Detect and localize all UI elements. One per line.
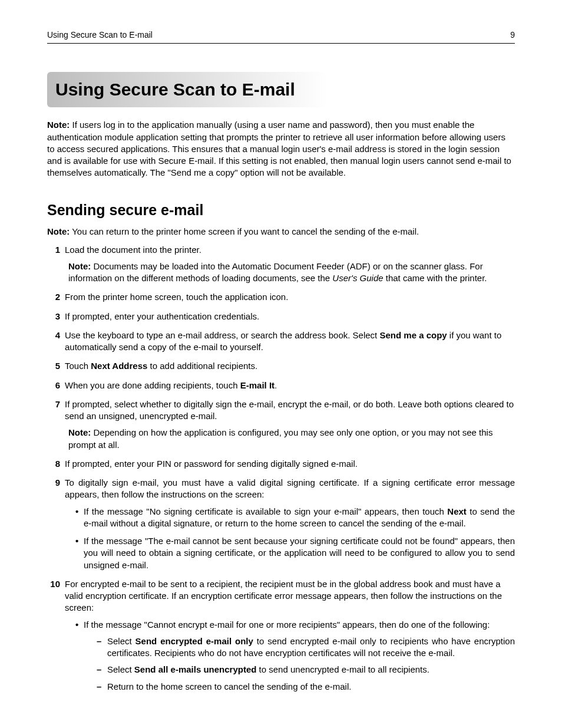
step-text: From the printer home screen, touch the …: [65, 292, 288, 302]
header-left: Using Secure Scan to E-mail: [47, 29, 153, 41]
dash-text-c: to send unencrypted e‑mail to all recipi…: [256, 664, 429, 674]
page-title: Using Secure Scan to E-mail: [47, 72, 515, 108]
step-text: If prompted, enter your authentication c…: [65, 311, 259, 321]
step-9-bullets: If the message "No signing certificate i…: [65, 506, 515, 571]
step-10-dash-3: Return to the home screen to cancel the …: [97, 681, 515, 693]
step-2: From the printer home screen, touch the …: [47, 291, 515, 303]
note-text: Depending on how the application is conf…: [68, 427, 492, 449]
send-me-a-copy-bold: Send me a copy: [379, 330, 447, 340]
step-10-dash-1: Select Send encrypted e‑mail only to sen…: [97, 635, 515, 660]
step-text: Load the document into the printer.: [65, 245, 201, 255]
dash-text-a: Select: [107, 636, 135, 646]
email-it-bold: E‑mail It: [240, 380, 275, 390]
dash-text: Return to the home screen to cancel the …: [107, 681, 351, 691]
section-note-text: You can return to the printer home scree…: [70, 226, 419, 236]
note-text-b: that came with the printer.: [384, 273, 487, 283]
next-address-bold: Next Address: [91, 361, 147, 371]
step-text: If prompted, enter your PIN or password …: [65, 459, 358, 469]
step-8: If prompted, enter your PIN or password …: [47, 458, 515, 470]
users-guide-emphasis: User's Guide: [332, 273, 383, 283]
step-10-bullets: If the message "Cannot encrypt e‑mail fo…: [65, 619, 515, 693]
bullet-text-a: If the message "No signing certificate i…: [84, 506, 447, 516]
step-text-a: When you are done adding recipients, tou…: [65, 380, 240, 390]
step-text-c: to add additional recipients.: [147, 361, 257, 371]
section-heading: Sending secure e‑mail: [47, 200, 515, 220]
section-note: Note: You can return to the printer home…: [47, 226, 515, 238]
intro-note-text: If users log in to the application manua…: [47, 120, 511, 177]
step-text: If prompted, select whether to digitally…: [65, 399, 514, 421]
dash-text-a: Select: [107, 664, 134, 674]
step-7: If prompted, select whether to digitally…: [47, 398, 515, 451]
step-3: If prompted, enter your authentication c…: [47, 311, 515, 322]
step-6: When you are done adding recipients, tou…: [47, 380, 515, 391]
next-bold: Next: [447, 506, 467, 516]
step-text-a: Touch: [65, 361, 91, 371]
step-10: For encrypted e‑mail to be sent to a rec…: [47, 578, 515, 693]
step-text-a: Use the keyboard to type an e‑mail addre…: [65, 330, 379, 340]
step-text: For encrypted e‑mail to be sent to a rec…: [65, 579, 502, 613]
page-header: Using Secure Scan to E-mail 9: [47, 29, 515, 44]
step-text: To digitally sign e‑mail, you must have …: [65, 477, 515, 499]
note-label: Note:: [47, 120, 70, 130]
intro-note: Note: If users log in to the application…: [47, 119, 515, 179]
bullet-text: If the message "The e‑mail cannot be sen…: [84, 536, 515, 570]
step-1: Load the document into the printer. Note…: [47, 244, 515, 285]
send-encrypted-only-bold: Send encrypted e‑mail only: [135, 636, 253, 646]
note-label: Note:: [68, 427, 91, 437]
step-1-note: Note: Documents may be loaded into the A…: [65, 261, 515, 285]
step-9-bullet-2: If the message "The e‑mail cannot be sen…: [75, 535, 515, 571]
step-10-dashes: Select Send encrypted e‑mail only to sen…: [84, 635, 515, 693]
header-page-number: 9: [510, 29, 515, 41]
steps-list: Load the document into the printer. Note…: [47, 244, 515, 693]
step-7-note: Note: Depending on how the application i…: [65, 427, 515, 451]
step-9: To digitally sign e‑mail, you must have …: [47, 477, 515, 571]
note-label: Note:: [68, 261, 91, 271]
step-10-bullet-1: If the message "Cannot encrypt e‑mail fo…: [75, 619, 515, 693]
step-10-dash-2: Select Send all e‑mails unencrypted to s…: [97, 664, 515, 676]
step-4: Use the keyboard to type an e‑mail addre…: [47, 330, 515, 354]
step-9-bullet-1: If the message "No signing certificate i…: [75, 506, 515, 530]
step-5: Touch Next Address to add additional rec…: [47, 360, 515, 372]
step-text-c: .: [275, 380, 277, 390]
send-all-unencrypted-bold: Send all e‑mails unencrypted: [134, 664, 257, 674]
note-label: Note:: [47, 226, 70, 236]
bullet-text: If the message "Cannot encrypt e‑mail fo…: [84, 620, 490, 630]
